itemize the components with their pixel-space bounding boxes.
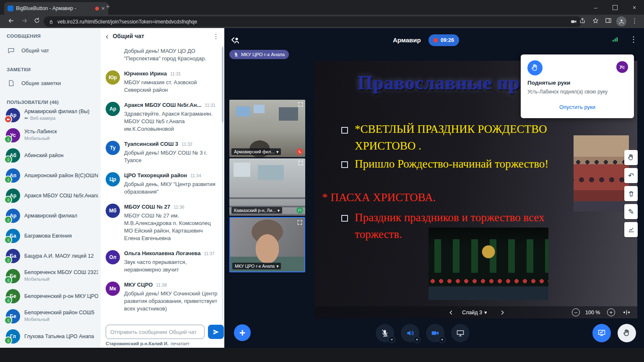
recording-indicator[interactable]: 09:26 (428, 34, 459, 46)
avatar: Ба (6, 249, 20, 263)
user-list-item[interactable]: Ба Баграмова Евгения (0, 226, 101, 246)
mobile-status-badge (4, 196, 12, 204)
message-sender: МКУ СЦРО (124, 282, 153, 288)
users-header: ПОЛЬЗОВАТЕЛИ (46) (7, 100, 59, 105)
window-close-button[interactable]: × (625, 0, 644, 15)
chat-message-input[interactable] (106, 325, 205, 339)
user-list-item[interactable]: Ап Апшеронский район В(С)ОШ№1 (0, 165, 101, 186)
raise-hand-button[interactable] (618, 324, 636, 342)
message-sender: Аракся МБОУ СОШ №5г.Ан... (124, 102, 201, 108)
window-maximize-button[interactable] (605, 0, 625, 15)
hand-tool-button[interactable] (624, 150, 638, 165)
profile-avatar[interactable] (616, 16, 626, 26)
mobile-status-badge (4, 276, 12, 284)
fullscreen-icon[interactable] (297, 220, 303, 225)
webcam-name-dropdown[interactable]: Кавказский р-н, Ли...▾ (231, 207, 282, 214)
user-list-item[interactable]: Гл Глухова Татьяна ЦРО Анапа (0, 326, 101, 346)
chat-options-kebab-icon[interactable]: ⋮ (213, 32, 219, 40)
lower-hands-button[interactable]: Опустить руки (521, 104, 634, 110)
address-bar[interactable]: veb.iro23.ru/html5client/join?sessionTok… (44, 16, 582, 27)
screen: BigBlueButton - Армавир - × + – × veb.ir… (0, 0, 644, 362)
meeting-options-kebab-icon[interactable]: ⋮ (630, 35, 637, 44)
undo-button[interactable]: ↶ (624, 168, 638, 183)
mute-microphone-button[interactable]: ▾ (376, 324, 394, 342)
listen-only-icon (296, 207, 303, 214)
previous-slide-button[interactable] (448, 306, 454, 318)
message-sender: ЦРО Тихорецкий район (124, 172, 187, 178)
window-minimize-button[interactable]: – (586, 0, 605, 15)
user-substatus: Мобильный (24, 317, 49, 322)
next-slide-button[interactable] (499, 306, 506, 318)
hide-userlist-icon[interactable] (230, 35, 240, 45)
user-list-item[interactable]: Ар Аракся МБОУ СОШ №5г.Анапа (0, 186, 101, 206)
back-button[interactable] (8, 17, 15, 24)
webcam-name-dropdown[interactable]: Армавирский фил...▾ (231, 148, 281, 155)
pen-tool-button[interactable]: ✎ (624, 204, 638, 219)
share-icon[interactable] (579, 17, 586, 24)
clear-annotations-button[interactable] (624, 186, 638, 201)
message-time: 11:38 (156, 282, 167, 287)
user-list-item[interactable]: Бе Белореченск МБОУ СОШ 2323 Мобильный (0, 266, 101, 286)
audio-settings-button[interactable]: ▾ (401, 324, 419, 342)
reload-button[interactable] (34, 17, 40, 24)
user-substatus: Веб-камера (24, 116, 55, 121)
side-panel-icon[interactable] (605, 17, 612, 24)
muted-talker-indicator[interactable]: МКУ ЦРО г-к Анапа (229, 50, 289, 59)
screenshare-button[interactable] (451, 324, 470, 342)
user-list-item[interactable]: Ар Армавирский филиал (0, 206, 101, 226)
avatar: Ар (106, 102, 120, 116)
browser-menu-kebab-icon[interactable]: ⋮ (631, 17, 638, 25)
zoom-in-button[interactable]: + (607, 306, 615, 318)
user-name: Бацура А.И. МАОУ лицей 12 (24, 253, 94, 259)
tab-close-icon[interactable]: × (101, 5, 105, 12)
zoom-out-button[interactable]: – (572, 306, 580, 318)
mobile-status-badge (4, 336, 12, 344)
actions-plus-button[interactable]: + (234, 324, 251, 341)
user-list-item[interactable]: Ба Бацура А.И. МАОУ лицей 12 (0, 246, 101, 266)
connection-status-icon[interactable] (611, 36, 620, 44)
send-message-button[interactable] (208, 325, 224, 339)
message-text: Добрый день, МКУ "Центр развития образов… (124, 181, 220, 196)
user-list-item[interactable]: Аб Абинский район (0, 145, 101, 165)
slide-number-dropdown[interactable]: Слайд 3▾ (462, 306, 487, 318)
user-list-item[interactable]: Бе Белореченский район СОШ5 Мобильный (0, 306, 101, 326)
forward-button[interactable] (21, 17, 28, 24)
user-name: Армавирский филиал (24, 213, 77, 219)
camera-in-use-icon[interactable] (571, 18, 577, 25)
message-time: 11:32 (182, 142, 192, 147)
chat-message: Цр ЦРО Тихорецкий район11:34 Добрый день… (106, 172, 220, 196)
user-list-item[interactable]: Ус Усть-Лабинск Мобильный (0, 125, 101, 145)
browser-tab[interactable]: BigBlueButton - Армавир - × (4, 2, 108, 15)
avatar: Ту (106, 141, 120, 155)
user-substatus: Мобильный (24, 136, 49, 141)
mobile-status-badge (4, 256, 12, 264)
fullscreen-icon[interactable] (298, 160, 304, 166)
webcam-button[interactable]: ▾ (426, 324, 444, 342)
sidebar-item-public-chat[interactable]: Общий чат (8, 47, 49, 54)
avatar: Ар (6, 209, 20, 223)
chevron-down-icon: ▾ (484, 309, 487, 315)
chat-message-list[interactable]: Добрый день! МАОУ ЦО ДО "Перспектива" го… (106, 44, 220, 323)
avatar: Бе (6, 269, 20, 283)
audio-options-chevron[interactable]: ▾ (413, 336, 421, 343)
mic-options-chevron[interactable]: ▾ (388, 336, 395, 343)
public-chat-label: Общий чат (21, 47, 49, 54)
user-list-item[interactable]: Ар Армавирский филиал (Вы) Веб-камера (0, 105, 101, 125)
webcam-name-dropdown[interactable]: МКУ ЦРО г-к Анапа▾ (232, 263, 281, 269)
chat-scrollbar-thumb[interactable] (222, 47, 223, 122)
webcam-status-badge (4, 115, 12, 123)
restore-presentation-button[interactable] (592, 324, 611, 342)
user-name: Глухова Татьяна ЦРО Анапа (24, 334, 94, 339)
padlock-icon (49, 19, 54, 24)
fullscreen-icon[interactable] (298, 101, 304, 107)
webcam-options-chevron[interactable]: ▾ (439, 336, 446, 343)
fit-width-button[interactable] (623, 306, 630, 318)
new-tab-button[interactable]: + (106, 3, 110, 11)
chat-back-icon[interactable]: ‹ (106, 32, 109, 40)
multiuser-whiteboard-button[interactable] (624, 222, 638, 237)
user-list-item[interactable]: Бе Белореченский р-он МКУ ЦРО (0, 286, 101, 306)
sidebar-item-shared-notes[interactable]: Общие заметки (8, 80, 61, 87)
avatar: Ап (6, 168, 20, 183)
chevron-down-icon: ▾ (278, 208, 280, 213)
bookmark-star-icon[interactable] (592, 17, 599, 24)
